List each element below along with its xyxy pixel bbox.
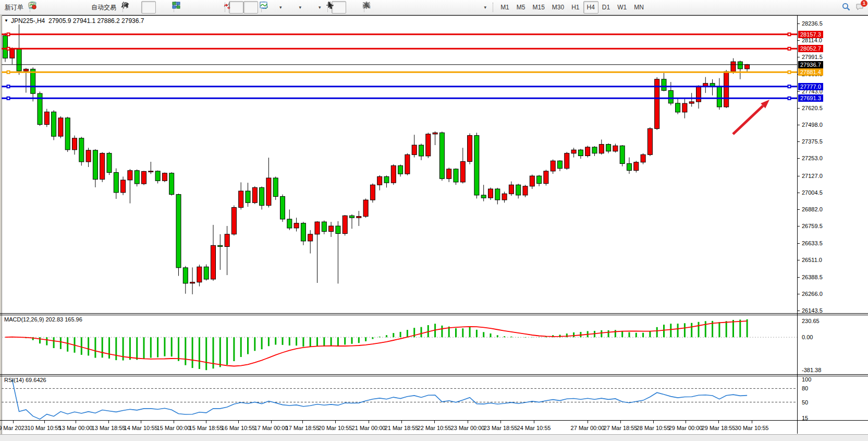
candlestick <box>114 169 118 199</box>
time-axis-tick <box>141 421 141 423</box>
time-axis-tick <box>752 421 752 423</box>
time-axis-tick <box>620 421 621 423</box>
candlestick <box>38 92 42 126</box>
mt4-terminal: 新订单自动交易▾▾▾EFAT▾M1M5M15M30H1H4D1W1MN1 ▼JP… <box>0 0 868 441</box>
candlestick <box>287 210 292 230</box>
candlestick <box>350 214 354 229</box>
trend-arrow[interactable] <box>733 100 769 134</box>
candlestick <box>370 184 375 203</box>
candlestick <box>231 206 236 236</box>
time-axis-tick <box>500 421 501 423</box>
time-axis-label: 21 Mar 18:55 <box>385 425 419 431</box>
time-axis-label: 20 Mar 10:55 <box>319 425 352 431</box>
price-axis-label: 27127.0 <box>802 173 823 179</box>
time-axis-tick <box>44 421 45 423</box>
rsi-axis-label: 80 <box>802 385 808 391</box>
candlestick <box>565 152 569 170</box>
candlestick <box>516 184 521 198</box>
time-axis-label: 28 Mar 10:55 <box>637 425 670 431</box>
price-axis-tick <box>797 91 800 92</box>
candlestick <box>745 64 750 72</box>
time-axis-tick <box>335 421 336 423</box>
candlestick <box>10 47 15 65</box>
price-axis-tick <box>797 158 800 159</box>
time-axis-tick <box>369 421 369 423</box>
candlestick <box>537 175 542 186</box>
price-axis-label: 26633.5 <box>802 240 823 246</box>
macd-axis-min: -381.38 <box>802 367 821 373</box>
pane-divider[interactable] <box>0 315 868 315</box>
pane-divider[interactable] <box>0 374 868 375</box>
candlestick <box>169 172 174 196</box>
price-axis-label: 26266.0 <box>802 291 823 297</box>
pane-divider[interactable] <box>0 313 868 314</box>
price-chart-canvas[interactable] <box>0 0 868 441</box>
horizontal-line-27881.4[interactable] <box>2 70 797 74</box>
pane-divider[interactable] <box>0 376 868 376</box>
candlestick <box>488 187 493 200</box>
candlestick <box>135 170 139 187</box>
candlestick <box>433 132 437 145</box>
time-axis-tick <box>534 421 534 423</box>
candlestick <box>190 267 195 294</box>
time-axis-tick <box>271 421 272 423</box>
candlestick <box>606 144 611 153</box>
candlestick <box>558 160 563 171</box>
candlestick <box>246 183 250 207</box>
time-axis-label: 17 Mar 18:55 <box>286 425 320 431</box>
candlestick <box>128 169 132 204</box>
candlestick <box>530 175 534 189</box>
price-axis-tick <box>797 243 800 244</box>
candlestick <box>426 133 431 158</box>
price-badge: 27881.4 <box>798 68 823 76</box>
candlestick <box>17 25 21 75</box>
candlestick <box>544 170 548 185</box>
time-axis-tick <box>401 421 402 423</box>
candlestick <box>79 137 84 165</box>
horizontal-line-28052.7[interactable] <box>2 47 797 51</box>
candlestick <box>447 168 451 182</box>
time-axis-tick <box>13 421 14 423</box>
horizontal-line-27777.0[interactable] <box>2 85 797 88</box>
candlestick <box>405 153 410 175</box>
candlestick <box>86 148 91 167</box>
candlestick <box>578 149 583 159</box>
candlestick <box>343 215 347 235</box>
candlestick <box>523 185 528 197</box>
time-axis-tick <box>588 421 588 423</box>
price-axis-tick <box>797 141 800 142</box>
price-badge: 27691.3 <box>798 94 823 102</box>
time-axis-label: 22 Mar 10:55 <box>418 425 451 431</box>
time-axis-tick <box>174 421 174 423</box>
horizontal-line-28157.3[interactable] <box>2 32 797 36</box>
price-axis-line <box>797 15 798 434</box>
candlestick <box>93 149 97 187</box>
candlestick <box>696 85 701 109</box>
candlestick <box>260 186 264 209</box>
candlestick <box>613 144 618 152</box>
candlestick <box>620 145 625 166</box>
candlestick <box>738 61 742 79</box>
time-axis-tick <box>206 421 206 423</box>
candlestick <box>676 98 680 114</box>
time-axis-label: 27 Mar 18:55 <box>604 425 638 431</box>
candlestick <box>142 171 146 185</box>
candlestick <box>682 98 687 118</box>
macd-label: MACD(12,26,9) 202.83 165.96 <box>4 316 82 323</box>
time-axis-label: 23 Mar 18:55 <box>484 425 518 431</box>
candlestick <box>197 265 202 286</box>
price-axis-tick <box>797 57 800 57</box>
candlestick <box>474 133 479 198</box>
time-axis-label: 24 Mar 10:55 <box>517 425 551 431</box>
price-axis-tick <box>797 125 800 125</box>
time-axis-label: 30 Mar 10:55 <box>735 425 769 431</box>
candlestick <box>495 188 500 205</box>
candlestick <box>308 230 313 254</box>
macd-axis-max: 230.65 <box>802 318 820 324</box>
macd-indicator <box>2 319 797 370</box>
candlestick <box>634 161 639 172</box>
time-axis-label: 29 Mar 00:00 <box>669 425 703 431</box>
price-axis-label: 26882.0 <box>802 206 823 212</box>
price-axis-label: 26388.5 <box>802 274 823 280</box>
time-axis-label: 17 Mar 00:00 <box>254 425 288 431</box>
